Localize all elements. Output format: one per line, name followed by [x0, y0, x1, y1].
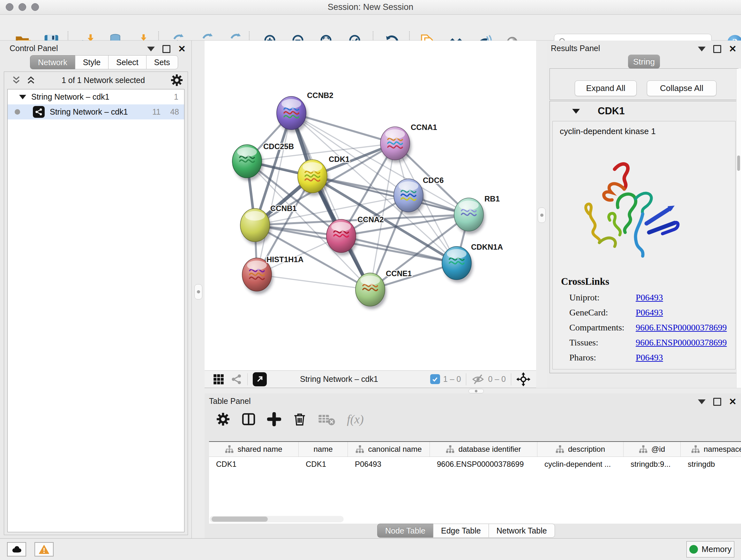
- tab-edge-table[interactable]: Edge Table: [433, 523, 488, 538]
- node-label-CDC25B: CDC25B: [263, 142, 294, 151]
- crosslink-link[interactable]: 9606.ENSP00000378699: [636, 322, 727, 333]
- close-panel-icon[interactable]: ✕: [729, 44, 737, 54]
- crosshair-icon[interactable]: [516, 372, 530, 386]
- crosslink-link[interactable]: P06493: [636, 293, 663, 303]
- network-selection-status: 1 of 1 Network selected: [36, 76, 171, 85]
- crosslink-label: Pharos:: [569, 353, 636, 363]
- node-CDC25B[interactable]: [232, 145, 263, 181]
- horizontal-scrollbar[interactable]: [212, 516, 268, 522]
- network-row[interactable]: String Network – cdk1 11 48: [8, 105, 184, 119]
- control-panel: Control Panel ✕ NetworkStyleSelectSets 1…: [0, 41, 192, 538]
- splitter-handle[interactable]: [538, 207, 546, 223]
- show-columns-icon[interactable]: [242, 412, 256, 426]
- expand-all-button[interactable]: Expand All: [575, 80, 636, 96]
- column-header--id[interactable]: @id: [623, 442, 681, 456]
- tab-node-table[interactable]: Node Table: [377, 523, 433, 538]
- crosslink-link[interactable]: 9606.ENSP00000378699: [636, 337, 727, 348]
- tab-style[interactable]: Style: [75, 55, 109, 69]
- column-header-description[interactable]: description: [537, 442, 623, 456]
- table-panel-title: Table Panel: [209, 396, 251, 406]
- control-network-splitter[interactable]: [192, 41, 205, 538]
- node-CCNA1[interactable]: [381, 127, 411, 163]
- arrow-ne-icon: [255, 374, 265, 384]
- panel-menu-icon[interactable]: [147, 47, 155, 51]
- column-header-shared-name[interactable]: shared name: [209, 442, 299, 456]
- panel-menu-icon[interactable]: [698, 47, 705, 51]
- crosslink-row: Pharos:P06493: [569, 350, 731, 365]
- splitter-handle[interactable]: [468, 389, 484, 393]
- column-header-name[interactable]: name: [299, 442, 348, 456]
- column-header-canonical-name[interactable]: canonical name: [348, 442, 430, 456]
- network-collection-row[interactable]: String Network – cdk1 1: [8, 89, 184, 105]
- birdseye-view-button[interactable]: [253, 372, 267, 386]
- titlebar[interactable]: Session: New Session: [0, 0, 741, 15]
- edge-CCNE1-HIST1H1A[interactable]: [257, 274, 370, 290]
- tab-network-table[interactable]: Network Table: [488, 523, 555, 538]
- collapse-all-button[interactable]: Collapse All: [647, 80, 717, 96]
- node-label-CDK1: CDK1: [329, 155, 349, 164]
- collection-count: 1: [174, 92, 179, 102]
- tab-sets[interactable]: Sets: [146, 55, 178, 69]
- cell-database-identifier: 9606.ENSP00000378699: [430, 460, 537, 469]
- results-scrollbar[interactable]: [736, 69, 741, 388]
- protein-header[interactable]: CDK1: [550, 101, 738, 121]
- collection-collapse-icon[interactable]: [19, 95, 26, 99]
- edge-CCNA2-CDKN1A[interactable]: [341, 236, 457, 263]
- crosslink-link[interactable]: P06493: [636, 353, 663, 363]
- results-panel-title: Results Panel: [551, 44, 600, 53]
- column-header-database-identifier[interactable]: database identifier: [430, 442, 537, 456]
- node-CDKN1A[interactable]: [442, 246, 473, 283]
- float-panel-icon[interactable]: [713, 398, 721, 406]
- column-header-namespace[interactable]: namespace: [681, 442, 741, 456]
- crosslink-row: Uniprot:P06493: [569, 290, 731, 305]
- float-panel-icon[interactable]: [162, 45, 171, 53]
- table-row[interactable]: CDK1CDK1P064939606.ENSP00000378699cyclin…: [209, 457, 741, 471]
- crosslink-link[interactable]: P06493: [636, 307, 663, 318]
- warning-icon: [38, 545, 50, 554]
- node-CDK1[interactable]: [298, 160, 329, 196]
- cell--id: stringdb:9...: [623, 460, 681, 469]
- edge-CCNB2-HIST1H1A[interactable]: [257, 113, 291, 274]
- delete-column-icon[interactable]: [293, 412, 307, 426]
- float-panel-icon[interactable]: [713, 45, 721, 53]
- expand-all-icon[interactable]: [26, 75, 36, 85]
- network-canvas[interactable]: CCNB2CCNA1CDC25BCDK1CDC6RB1CCNB1CCNA2CDK…: [205, 41, 536, 370]
- node-CDC6[interactable]: [394, 179, 425, 215]
- protein-details: cyclin-dependent kinase 1: [552, 121, 736, 369]
- close-panel-icon[interactable]: ✕: [729, 397, 737, 407]
- node-label-CDKN1A: CDKN1A: [471, 243, 503, 251]
- table-toolbar: f(x): [216, 409, 364, 430]
- node-CCNA2[interactable]: [327, 219, 357, 255]
- cloud-status-button[interactable]: [7, 542, 26, 557]
- node-CCNB2[interactable]: [277, 97, 308, 132]
- scrollbar-handle[interactable]: [737, 155, 740, 171]
- protein-collapse-icon[interactable]: [572, 109, 580, 114]
- tab-string[interactable]: String: [628, 55, 660, 69]
- column-type-icon: [639, 445, 648, 454]
- column-type-icon: [225, 445, 233, 454]
- splitter-handle[interactable]: [194, 284, 202, 300]
- table-panel-splitter[interactable]: [205, 388, 741, 393]
- warnings-button[interactable]: [35, 542, 54, 557]
- add-column-icon[interactable]: [267, 412, 281, 426]
- close-panel-icon[interactable]: ✕: [178, 44, 186, 54]
- selected-checkbox-icon[interactable]: [430, 374, 440, 384]
- crosslink-label: Tissues:: [569, 337, 636, 348]
- tab-network[interactable]: Network: [30, 55, 75, 69]
- cloud-icon: [10, 545, 23, 554]
- network-tab-panel: 1 of 1 Network selected String Network –…: [4, 71, 188, 535]
- table-options-gear-icon[interactable]: [216, 412, 230, 426]
- grid-view-icon[interactable]: [213, 374, 224, 385]
- protein-structure-image: [567, 144, 688, 265]
- network-results-splitter[interactable]: [536, 41, 547, 388]
- network-share-icon[interactable]: [231, 374, 242, 385]
- tab-select[interactable]: Select: [108, 55, 146, 69]
- memory-button[interactable]: Memory: [686, 541, 734, 557]
- collapse-all-icon[interactable]: [11, 75, 21, 85]
- panel-menu-icon[interactable]: [698, 399, 705, 404]
- node-RB1[interactable]: [454, 198, 485, 234]
- node-label-RB1: RB1: [484, 194, 500, 203]
- network-options-gear-icon[interactable]: [171, 74, 183, 86]
- network-view-toolbar: String Network – cdk1 1 – 0 0 – 0: [205, 370, 536, 388]
- node-CCNE1[interactable]: [355, 273, 387, 309]
